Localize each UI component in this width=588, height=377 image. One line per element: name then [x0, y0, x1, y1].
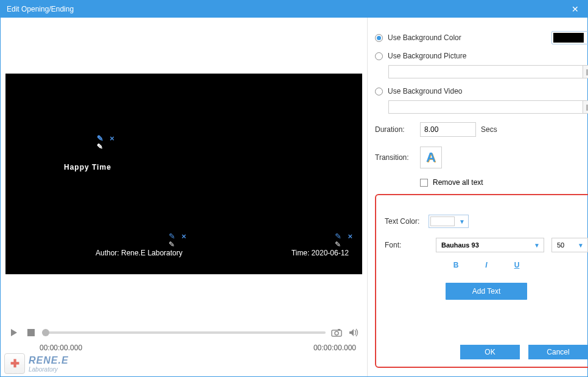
watermark-line2: Laboratory [29, 366, 69, 373]
ok-button[interactable]: OK [460, 345, 520, 359]
watermark-text: RENE.E Laboratory [29, 355, 69, 373]
add-text-label: Add Text [472, 287, 500, 296]
camera-icon[interactable] [331, 327, 343, 339]
svg-rect-3 [338, 329, 340, 331]
transition-thumb-icon: A [426, 150, 436, 165]
chevron-down-icon: ▼ [530, 242, 544, 249]
left-pane: ✎ × Happy Time ✎ × Author: Rene.E Labora… [1, 18, 367, 376]
bg-video-path-row [388, 100, 588, 114]
seek-slider[interactable] [42, 331, 326, 334]
chevron-down-icon: ▼ [585, 32, 588, 44]
textcolor-picker[interactable]: ▼ [429, 215, 469, 228]
bg-picture-path-row [388, 65, 588, 78]
close-icon[interactable]: × [348, 232, 352, 240]
dialog-body: ✎ × Happy Time ✎ × Author: Rene.E Labora… [1, 18, 587, 376]
folder-icon[interactable] [583, 65, 588, 78]
bg-color-swatch [553, 33, 584, 43]
radio-bg-picture[interactable] [375, 52, 383, 60]
close-icon[interactable]: × [181, 232, 186, 240]
dialog-button-row: OK Cancel [385, 345, 588, 359]
radio-bg-color[interactable] [375, 34, 383, 42]
font-name-combo[interactable]: Bauhaus 93 ▼ [436, 238, 544, 252]
stop-icon[interactable] [25, 327, 37, 339]
chevron-down-icon: ▼ [574, 242, 587, 249]
close-icon[interactable]: × [110, 134, 115, 142]
watermark-line1: RENE.E [29, 355, 69, 366]
watermark: ✚ RENE.E Laboratory [4, 353, 69, 374]
textcolor-row: Text Color: ▼ [385, 215, 588, 228]
bg-color-row: Use Background Color ▼ [375, 31, 588, 44]
time-readout: 00:00:00.000 00:00:00.000 [1, 344, 367, 352]
text-panel: Text Color: ▼ Font: Bauhaus 93 ▼ 50 ▼ [375, 194, 588, 368]
bg-picture-path-input[interactable] [388, 65, 583, 78]
overlay-author-text: Author: Rene.E Laboratory [96, 249, 183, 257]
duration-unit: Secs [481, 125, 497, 134]
italic-button[interactable]: I [485, 261, 487, 269]
bold-button[interactable]: B [453, 261, 459, 269]
svg-point-2 [335, 331, 338, 335]
dialog-window: Edit Opening/Ending ✕ ✎ × Happy Time [0, 0, 588, 377]
play-icon[interactable] [8, 327, 20, 339]
font-style-row: B I U [385, 261, 588, 269]
duration-row: Duration: Secs [375, 122, 588, 137]
cancel-button[interactable]: Cancel [528, 345, 588, 359]
font-name-value: Bauhaus 93 [436, 241, 530, 249]
bg-video-row: Use Background Video [375, 87, 588, 95]
font-size-value: 50 [552, 241, 574, 249]
folder-icon[interactable] [583, 100, 588, 114]
svg-rect-0 [27, 329, 35, 336]
player-bar [1, 322, 367, 344]
overlay-author-controls: ✎ × [169, 232, 186, 240]
window-title: Edit Opening/Ending [7, 5, 74, 13]
seek-thumb[interactable] [42, 329, 49, 336]
overlay-time-controls: ✎ × [335, 232, 352, 240]
bg-color-picker[interactable]: ▼ [551, 31, 588, 44]
transition-label: Transition: [375, 153, 420, 162]
volume-icon[interactable] [348, 327, 360, 339]
overlay-author[interactable]: ✎ × Author: Rene.E Laboratory [96, 246, 183, 258]
watermark-icon: ✚ [4, 353, 25, 374]
add-text-button[interactable]: Add Text [446, 283, 527, 300]
chevron-down-icon: ▼ [456, 215, 468, 227]
close-icon[interactable]: ✕ [569, 4, 581, 14]
preview-wrap: ✎ × Happy Time ✎ × Author: Rene.E Labora… [1, 74, 367, 274]
remove-all-checkbox[interactable] [420, 179, 428, 187]
bg-picture-label: Use Background Picture [388, 52, 466, 60]
time-right: 00:00:00.000 [313, 344, 356, 352]
overlay-title[interactable]: ✎ × Happy Time [64, 148, 111, 175]
pencil-icon[interactable]: ✎ [97, 134, 105, 142]
ok-label: OK [485, 348, 495, 356]
pencil-icon[interactable]: ✎ [335, 232, 343, 240]
remove-all-row: Remove all text [420, 178, 588, 187]
bg-video-path-input[interactable] [388, 100, 583, 114]
pencil-icon[interactable]: ✎ [169, 232, 177, 240]
radio-bg-video[interactable] [375, 88, 383, 95]
font-label: Font: [385, 241, 429, 249]
remove-all-label: Remove all text [433, 178, 483, 187]
textcolor-swatch [430, 216, 455, 226]
cancel-label: Cancel [547, 348, 569, 356]
font-size-combo[interactable]: 50 ▼ [551, 238, 588, 252]
overlay-title-controls: ✎ × [97, 134, 115, 142]
bg-color-label: Use Background Color [388, 33, 461, 42]
overlay-title-text: Happy Time [64, 163, 111, 171]
transition-row: Transition: A [375, 147, 588, 168]
bg-picture-row: Use Background Picture [375, 52, 588, 60]
right-pane: Use Background Color ▼ Use Background Pi… [367, 18, 588, 376]
font-row: Font: Bauhaus 93 ▼ 50 ▼ [385, 238, 588, 252]
time-left: 00:00:00.000 [40, 344, 82, 352]
textcolor-label: Text Color: [385, 217, 429, 226]
underline-button[interactable]: U [514, 261, 520, 269]
duration-label: Duration: [375, 125, 420, 134]
overlay-time-text: Time: 2020-06-12 [292, 249, 349, 257]
bg-video-label: Use Background Video [388, 87, 463, 95]
duration-input[interactable] [420, 122, 476, 137]
video-preview[interactable]: ✎ × Happy Time ✎ × Author: Rene.E Labora… [5, 74, 362, 274]
titlebar: Edit Opening/Ending ✕ [1, 1, 587, 18]
overlay-time[interactable]: ✎ × Time: 2020-06-12 [292, 246, 349, 258]
transition-picker[interactable]: A [420, 147, 442, 168]
